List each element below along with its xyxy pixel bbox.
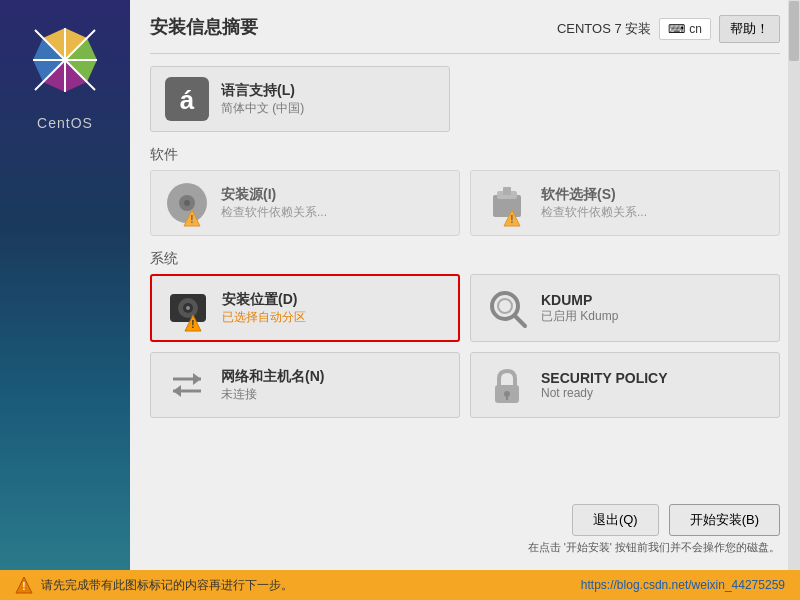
svg-text:!: ! — [191, 319, 194, 330]
install-label: CENTOS 7 安装 — [557, 20, 651, 38]
brand-name: CentOS — [37, 115, 93, 131]
network-text: 网络和主机名(N) 未连接 — [221, 368, 324, 403]
software-select-icon: ! — [483, 179, 531, 227]
bottom-warning-icon: ! — [15, 576, 33, 594]
security-policy-text: SECURITY POLICY Not ready — [541, 370, 668, 400]
install-dest-text: 安装位置(D) 已选择自动分区 — [222, 291, 306, 326]
start-install-button[interactable]: 开始安装(B) — [669, 504, 780, 536]
bottom-bar: ! 请先完成带有此图标标记的内容再进行下一步。 https://blog.csd… — [0, 570, 800, 600]
scrollbar[interactable] — [788, 0, 800, 570]
kdump-tile[interactable]: KDUMP 已启用 Kdump — [470, 274, 780, 342]
svg-point-32 — [498, 299, 512, 313]
svg-text:á: á — [180, 85, 195, 115]
svg-text:!: ! — [510, 214, 513, 225]
header-right: CENTOS 7 安装 ⌨ cn 帮助！ — [557, 15, 780, 43]
install-dest-icon: ! — [164, 284, 212, 332]
keyboard-input[interactable]: ⌨ cn — [659, 18, 711, 40]
install-source-tile[interactable]: ! 安装源(I) 检查软件依赖关系... — [150, 170, 460, 236]
svg-rect-21 — [503, 187, 511, 195]
centos-logo — [25, 20, 105, 100]
software-select-title: 软件选择(S) — [541, 186, 647, 204]
bottom-bar-link[interactable]: https://blog.csdn.net/weixin_44275259 — [581, 578, 785, 592]
sidebar: CentOS — [0, 0, 130, 570]
keyboard-value: cn — [689, 22, 702, 36]
help-button[interactable]: 帮助！ — [719, 15, 780, 43]
kdump-text: KDUMP 已启用 Kdump — [541, 292, 618, 325]
centos-logo-svg — [30, 25, 100, 95]
install-dest-title: 安装位置(D) — [222, 291, 306, 309]
main-content: 安装信息摘要 CENTOS 7 安装 ⌨ cn 帮助！ á 语言支持(L) 简体… — [130, 0, 800, 570]
security-policy-tile[interactable]: SECURITY POLICY Not ready — [470, 352, 780, 418]
keyboard-icon: ⌨ — [668, 22, 685, 36]
network-subtitle: 未连接 — [221, 386, 324, 403]
language-tile[interactable]: á 语言支持(L) 简体中文 (中国) — [150, 66, 450, 132]
bottom-bar-text: 请先完成带有此图标标记的内容再进行下一步。 — [41, 577, 573, 594]
system-section-label: 系统 — [150, 250, 780, 268]
network-icon — [163, 361, 211, 409]
kdump-title: KDUMP — [541, 292, 618, 308]
software-select-subtitle: 检查软件依赖关系... — [541, 204, 647, 221]
svg-marker-34 — [173, 385, 181, 397]
security-policy-subtitle: Not ready — [541, 386, 668, 400]
language-icon: á — [163, 75, 211, 123]
page-title: 安装信息摘要 — [150, 15, 258, 39]
software-section-label: 软件 — [150, 146, 780, 164]
security-policy-title: SECURITY POLICY — [541, 370, 668, 386]
install-dest-tile[interactable]: ! 安装位置(D) 已选择自动分区 — [150, 274, 460, 342]
install-dest-subtitle: 已选择自动分区 — [222, 309, 306, 326]
network-title: 网络和主机名(N) — [221, 368, 324, 386]
footer-buttons: 退出(Q) 开始安装(B) — [150, 504, 780, 536]
quit-button[interactable]: 退出(Q) — [572, 504, 659, 536]
language-subtitle: 简体中文 (中国) — [221, 100, 304, 117]
footer-note: 在点击 '开始安装' 按钮前我们并不会操作您的磁盘。 — [150, 540, 780, 555]
network-tile[interactable]: 网络和主机名(N) 未连接 — [150, 352, 460, 418]
kdump-subtitle: 已启用 Kdump — [541, 308, 618, 325]
svg-text:!: ! — [22, 581, 25, 592]
kdump-icon — [483, 284, 531, 332]
header: 安装信息摘要 CENTOS 7 安装 ⌨ cn 帮助！ — [150, 15, 780, 43]
svg-point-27 — [186, 306, 190, 310]
header-divider — [150, 53, 780, 54]
language-tile-text: 语言支持(L) 简体中文 (中国) — [221, 82, 304, 117]
software-select-tile[interactable]: ! 软件选择(S) 检查软件依赖关系... — [470, 170, 780, 236]
svg-point-16 — [184, 200, 190, 206]
install-source-text: 安装源(I) 检查软件依赖关系... — [221, 186, 327, 221]
software-select-text: 软件选择(S) 检查软件依赖关系... — [541, 186, 647, 221]
language-title: 语言支持(L) — [221, 82, 304, 100]
install-source-title: 安装源(I) — [221, 186, 327, 204]
svg-text:!: ! — [190, 214, 193, 225]
install-source-subtitle: 检查软件依赖关系... — [221, 204, 327, 221]
install-source-icon: ! — [163, 179, 211, 227]
svg-line-31 — [515, 316, 525, 326]
svg-marker-33 — [193, 373, 201, 385]
scrollbar-thumb[interactable] — [789, 1, 799, 61]
security-policy-icon — [483, 361, 531, 409]
